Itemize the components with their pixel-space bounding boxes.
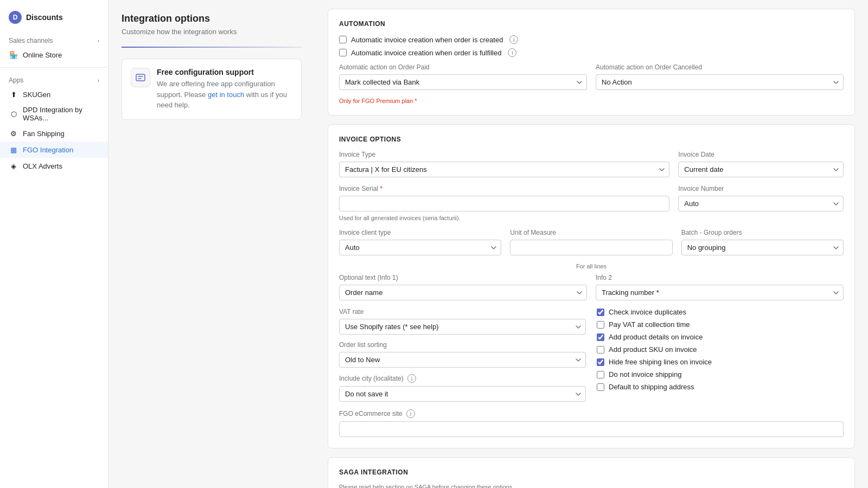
- get-in-touch-link[interactable]: get in touch: [208, 91, 244, 99]
- main-content: Integration options Customize how the in…: [108, 0, 868, 488]
- default-shipping-address-label: Default to shipping address: [609, 383, 694, 391]
- client-type-label: Invoice client type: [339, 229, 501, 236]
- order-paid-label: Automatic action on Order Paid: [339, 63, 587, 71]
- optional-text-group: Optional text (Info 1) Order name Order …: [339, 274, 587, 300]
- default-shipping-address-row: Default to shipping address: [597, 383, 844, 391]
- invoice-serial-number-row: Invoice Serial * TST Used for all genera…: [339, 185, 844, 221]
- invoice-serial-input[interactable]: TST: [339, 196, 669, 211]
- invoice-checkboxes: Check invoice duplicates Pay VAT at coll…: [597, 308, 844, 395]
- optional-text-select[interactable]: Order name Order number None: [339, 285, 587, 300]
- invoice-serial-helper: Used for all generated invoices (seria f…: [339, 215, 669, 221]
- sidebar-item-dpd[interactable]: ⬡ DPD Integration by WSAs...: [0, 102, 108, 125]
- client-type-group: Invoice client type Auto Person Company: [339, 229, 501, 255]
- vat-rate-group: VAT rate Use Shopify rates (* see help) …: [339, 308, 586, 335]
- sidebar-item-fan-shipping[interactable]: ⚙ Fan Shipping: [0, 125, 108, 142]
- info-card-title: Free configuration support: [157, 68, 292, 76]
- invoice-serial-label: Invoice Serial *: [339, 185, 669, 192]
- invoice-date-select[interactable]: Current date Order date: [678, 162, 844, 177]
- invoice-number-label: Invoice Number: [678, 185, 844, 192]
- invoice-number-group: Invoice Number Auto Manual: [678, 185, 844, 221]
- info2-label: Info 2: [596, 274, 844, 281]
- client-unit-batch-row: Invoice client type Auto Person Company …: [339, 229, 844, 255]
- apps-section: Apps ›: [0, 72, 108, 86]
- add-product-details-checkbox[interactable]: [597, 333, 604, 341]
- sidebar-item-skugen[interactable]: ⬆ SKUGen: [0, 86, 108, 102]
- fgo-ecommerce-info-icon[interactable]: i: [406, 409, 415, 418]
- saga-section: SAGA INTEGRATION Please read help sectio…: [328, 457, 855, 488]
- order-cancelled-select[interactable]: No Action Cancel Invoice Delete Invoice: [596, 74, 844, 90]
- do-not-invoice-shipping-label: Do not invoice shipping: [609, 370, 681, 378]
- for-all-lines-label: For all lines: [339, 263, 844, 269]
- dpd-icon: ⬡: [9, 109, 18, 119]
- saga-title: SAGA INTEGRATION: [339, 468, 844, 476]
- hide-free-shipping-row: Hide free shiping lines on invoice: [597, 358, 844, 366]
- add-product-details-label: Add product details on invoice: [609, 333, 703, 341]
- check-duplicates-checkbox[interactable]: [597, 309, 604, 316]
- add-product-sku-label: Add product SKU on invoice: [609, 345, 697, 354]
- saga-subtitle: Please read help section on SAGA before …: [339, 484, 844, 488]
- hide-free-shipping-label: Hide free shiping lines on invoice: [609, 358, 712, 366]
- auto-invoice-order-fulfilled-row: Automatic invoice creation when order is…: [339, 48, 844, 57]
- sidebar-divider: [0, 67, 108, 68]
- sidebar-logo: D Discounts: [0, 7, 108, 33]
- order-sorting-select[interactable]: Old to New New to Old: [339, 352, 586, 368]
- order-fulfilled-info-icon[interactable]: i: [508, 48, 516, 57]
- invoice-type-select[interactable]: Factura | X for EU citizens Factura Prof…: [339, 162, 669, 177]
- hide-free-shipping-checkbox[interactable]: [597, 358, 604, 366]
- order-created-info-icon[interactable]: i: [509, 35, 518, 44]
- include-city-label: Include city (localitate) i: [339, 374, 586, 383]
- fgo-ecommerce-input[interactable]: https://wsa-gb.myshopify.com/: [339, 421, 844, 437]
- add-product-sku-checkbox[interactable]: [597, 346, 604, 354]
- do-not-invoice-shipping-row: Do not invoice shipping: [597, 370, 844, 378]
- pay-vat-checkbox[interactable]: [597, 321, 604, 329]
- info-card: Free configuration support We are offeri…: [122, 59, 302, 120]
- pay-vat-row: Pay VAT at collection time: [597, 320, 844, 329]
- sales-channels-section: Sales channels ›: [0, 33, 108, 47]
- check-duplicates-row: Check invoice duplicates: [597, 308, 844, 316]
- include-city-info-icon[interactable]: i: [407, 374, 416, 383]
- order-paid-group: Automatic action on Order Paid Mark coll…: [339, 63, 587, 90]
- title-divider: [122, 47, 302, 48]
- invoice-options-section: INVOICE OPTIONS Invoice Type Factura | X…: [328, 124, 855, 448]
- include-city-group: Include city (localitate) i Do not save …: [339, 374, 586, 402]
- logo-icon: D: [9, 11, 22, 24]
- invoice-number-select[interactable]: Auto Manual: [678, 196, 844, 211]
- optional-info2-row: Optional text (Info 1) Order name Order …: [339, 274, 844, 300]
- add-product-sku-row: Add product SKU on invoice: [597, 345, 844, 354]
- fgo-ecommerce-group: FGO eCommerce site i https://wsa-gb.mysh…: [339, 409, 844, 437]
- order-sorting-group: Order list sorting Old to New New to Old: [339, 341, 586, 368]
- batch-group-select[interactable]: No grouping Group by date Group by clien…: [681, 240, 844, 255]
- online-store-icon: 🏪: [9, 50, 18, 60]
- auto-invoice-order-created-checkbox[interactable]: [339, 36, 347, 43]
- check-duplicates-label: Check invoice duplicates: [609, 308, 686, 316]
- info-card-body: Free configuration support We are offeri…: [157, 68, 292, 111]
- invoice-type-date-row: Invoice Type Factura | X for EU citizens…: [339, 151, 844, 177]
- sidebar-item-fgo-integration[interactable]: ▦ FGO Integration: [0, 142, 108, 158]
- unit-of-measure-label: Unit of Measure: [510, 229, 672, 236]
- premium-note: Only for FGO Premium plan *: [339, 98, 844, 104]
- skugen-icon: ⬆: [9, 89, 18, 99]
- fan-shipping-icon: ⚙: [9, 129, 18, 138]
- sidebar-item-olx-adverts[interactable]: ◈ OLX Adverts: [0, 158, 108, 174]
- order-paid-select[interactable]: Mark collected via Bank No Action Mark c…: [339, 74, 587, 90]
- include-city-select[interactable]: Do not save it Save it: [339, 386, 586, 402]
- unit-of-measure-input[interactable]: buc.: [510, 240, 672, 255]
- client-type-select[interactable]: Auto Person Company: [339, 240, 501, 255]
- info-card-text: We are offering free app configuration s…: [157, 79, 292, 111]
- svg-rect-0: [136, 74, 145, 81]
- order-cancelled-label: Automatic action on Order Cancelled: [596, 63, 844, 71]
- automation-section: AUTOMATION Automatic invoice creation wh…: [328, 9, 855, 115]
- apps-chevron-icon: ›: [98, 78, 99, 84]
- vat-rate-select[interactable]: Use Shopify rates (* see help) 0% 5% 9% …: [339, 319, 586, 335]
- default-shipping-address-checkbox[interactable]: [597, 383, 604, 391]
- right-panel: AUTOMATION Automatic invoice creation wh…: [315, 0, 868, 488]
- sidebar-item-online-store[interactable]: 🏪 Online Store: [0, 47, 108, 63]
- page-title: Integration options: [122, 13, 302, 24]
- add-product-details-row: Add product details on invoice: [597, 333, 844, 341]
- batch-group-label: Batch - Group orders: [681, 229, 844, 236]
- auto-invoice-order-fulfilled-checkbox[interactable]: [339, 49, 347, 56]
- fgo-ecommerce-label: FGO eCommerce site i: [339, 409, 844, 418]
- info2-select[interactable]: Tracking number * None Order name: [596, 285, 844, 300]
- do-not-invoice-shipping-checkbox[interactable]: [597, 371, 604, 378]
- info2-group: Info 2 Tracking number * None Order name: [596, 274, 844, 300]
